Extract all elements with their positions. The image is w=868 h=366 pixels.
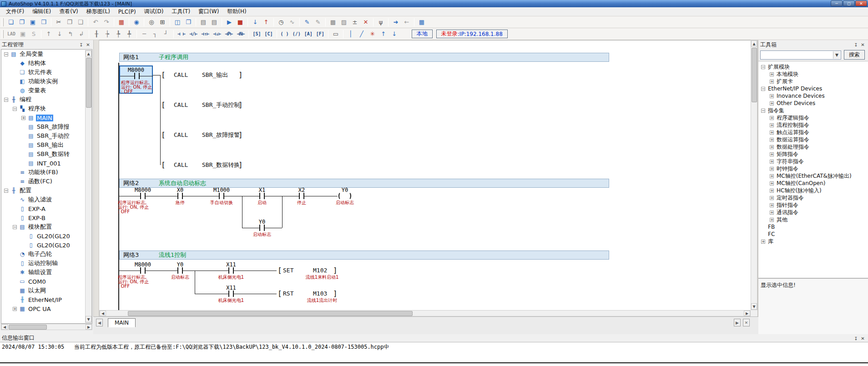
menu-item[interactable]: 文件(F) [2,7,28,16]
editor-hscrollbar[interactable]: ◀ ▶ [99,310,751,316]
coil-out-not-button[interactable]: (/) [291,30,302,39]
ladder-contact[interactable] [182,267,183,274]
toolbox-tree-item[interactable]: +数据运算指令 [758,136,868,143]
window-tile-button[interactable]: ◫ [172,18,182,27]
trace-button[interactable]: ∿ [287,18,297,27]
title-bar[interactable]: AutoShop V4.10.1.1 F:\QQ浏览器下载\123 - [MAI… [0,0,868,7]
instruction-opcode[interactable]: CALL [174,161,188,169]
expand-icon[interactable]: + [770,160,774,164]
toolbox-tree-item[interactable]: +MC轴控(CanOpen) [758,180,868,187]
lad-mode-button[interactable]: LAD [6,30,17,39]
line-down-button[interactable]: ↓ [389,30,399,39]
close-icon[interactable]: ✕ [859,335,866,341]
project-tree-item[interactable]: −╫编程 [1,95,92,104]
toolbox-tree-item[interactable]: +本地模块 [758,70,868,78]
project-tree-item[interactable]: ▯GL20(GL20 [1,231,92,241]
instruction-opcode[interactable]: CALL [174,131,188,139]
used-elements-button[interactable]: ▨ [339,18,349,27]
ladder-contact[interactable] [223,193,224,199]
expand-icon[interactable]: + [770,138,774,142]
coil-set-button[interactable]: [S] [251,30,262,39]
collapse-icon[interactable]: − [4,189,8,193]
ladder-contact[interactable] [264,193,265,199]
ladder-contact[interactable] [259,193,260,199]
ladder-contact[interactable] [140,193,141,199]
timer-monitor-button[interactable]: ◷ [276,18,286,27]
menu-item[interactable]: 编辑(E) [28,7,55,16]
network-header[interactable]: 网络3流线1控制 [119,251,609,260]
branch-close-button[interactable]: ↲ [76,30,86,39]
project-tree-item[interactable]: ▤SBR_手动控 [1,131,92,140]
ladder-contact[interactable] [182,193,183,199]
panel-splitter[interactable] [93,40,99,334]
close-button[interactable]: ✕ [855,0,867,6]
project-tree-item[interactable]: ▤SBR_数据转 [1,150,92,159]
expand-icon[interactable]: + [770,211,774,215]
upload-from-plc-button[interactable]: ↑ [261,18,271,27]
scroll-down-icon[interactable]: ▼ [751,303,757,310]
cursor-down-button[interactable]: ↓ [55,30,65,39]
project-tree-item[interactable]: −▤全局变量 [1,50,92,59]
toolbox-tree-item[interactable]: FB [758,223,868,231]
menu-item[interactable]: 帮助(H) [223,7,250,16]
ladder-contact[interactable] [259,225,260,231]
project-tree-item[interactable]: ▯运动控制轴 [1,259,92,268]
toolbox-tree-item[interactable]: +矩阵指令 [758,150,868,158]
scrollbar-thumb[interactable] [9,325,47,330]
menu-item[interactable]: PLC(P) [114,8,140,16]
cursor-up-button[interactable]: ↑ [44,30,54,39]
editor-vscrollbar[interactable]: ▲ ▼ [751,40,757,310]
expand-icon[interactable]: + [770,218,774,222]
element-table-button[interactable]: ▤ [198,18,208,27]
collapse-icon[interactable]: − [761,65,765,69]
instruction-operand[interactable]: M102 [313,266,327,275]
project-tree-item[interactable]: −▚程序块 [1,104,92,113]
expand-icon[interactable]: + [770,123,774,127]
toolbox-tree-item[interactable]: +Inovance Devices [758,92,868,100]
expand-icon[interactable]: + [13,307,17,311]
collapse-icon[interactable]: − [13,107,17,111]
window-switch-button[interactable]: ❐ [183,18,193,27]
coil-a-button[interactable]: [A] [303,30,314,39]
stop-button[interactable]: ■ [235,18,245,27]
collapse-icon[interactable]: − [4,52,8,56]
undo-button[interactable]: ↶ [91,18,101,27]
find-button[interactable]: ◉ [131,18,141,27]
toolbox-tree-item[interactable]: −指令集 [758,107,868,114]
insert-rung-button[interactable]: ┾ [102,30,112,39]
collapse-icon[interactable]: − [13,225,17,229]
draw-vline-button[interactable]: │ [346,30,356,39]
project-tree-item[interactable]: ▤SBR_输出 [1,140,92,150]
toolbox-tree-item[interactable]: +Other Devices [758,100,868,107]
login-status-button[interactable]: 未登录:IP:192.168.1.88 [436,30,508,38]
save-all-button[interactable]: ❒ [39,18,49,27]
ladder-contact[interactable] [145,193,146,199]
menu-item[interactable]: 查看(V) [55,7,82,16]
expand-icon[interactable]: + [770,181,774,186]
ladder-contact[interactable] [140,267,141,274]
project-tree-item[interactable]: ❏软元件表 [1,68,92,77]
toolbox-tree-item[interactable]: +程序逻辑指令 [758,114,868,121]
write-monitor-button[interactable]: ✎ [302,18,312,27]
tab-main[interactable]: MAIN [108,318,136,327]
expand-icon[interactable]: + [770,145,774,149]
project-tree-item[interactable]: ◍变量表 [1,86,92,95]
contact-p-button[interactable]: ⊣P⊢ [223,30,234,39]
chevron-down-icon[interactable]: ▼ [833,51,840,59]
project-tree-item[interactable]: −▤模块配置 [1,222,92,231]
expand-icon[interactable]: + [770,196,774,200]
expand-icon[interactable]: + [21,116,25,120]
scrollbar-thumb[interactable] [86,58,91,108]
toolbox-tree-item[interactable]: +MC轴控(EtherCAT&脉冲输出) [758,172,868,180]
instruction-operand[interactable]: SBR_手动控制 [202,101,240,109]
project-tree-item[interactable]: ≡功能块(FB) [1,168,92,177]
toolbar-gripper[interactable] [2,18,4,26]
network-header[interactable]: 网络1子程序调用 [119,53,609,62]
open-project-button[interactable]: ❐ [17,18,27,27]
expand-icon[interactable]: + [770,189,774,193]
instruction-operand[interactable]: M103 [313,290,327,298]
pin-icon[interactable]: ↧ [78,41,85,48]
menu-item[interactable]: 调试(D) [140,7,168,16]
coil-f-button[interactable]: [F] [315,30,326,39]
minimize-button[interactable]: ─ [831,0,843,6]
